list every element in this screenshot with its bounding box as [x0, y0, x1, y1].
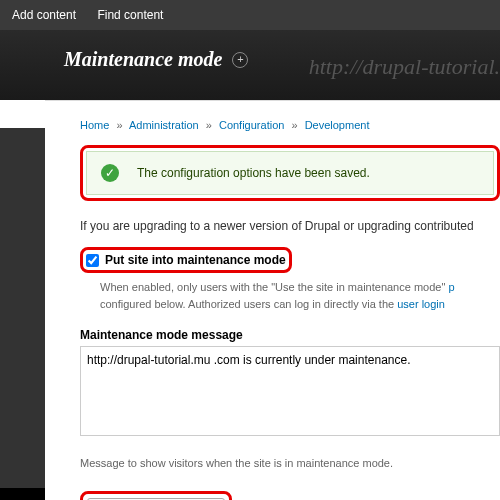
- message-field-description: Message to show visitors when the site i…: [80, 457, 500, 469]
- message-field-label: Maintenance mode message: [80, 328, 500, 342]
- toolbar-add-content[interactable]: Add content: [12, 8, 76, 22]
- user-login-link[interactable]: user login: [397, 298, 445, 310]
- permission-link[interactable]: p: [448, 281, 454, 293]
- plus-icon[interactable]: +: [232, 52, 248, 68]
- breadcrumb-home[interactable]: Home: [80, 119, 109, 131]
- maintenance-checkbox-label[interactable]: Put site into maintenance mode: [105, 253, 286, 267]
- watermark-text: http://drupal-tutorial.: [309, 54, 500, 80]
- breadcrumb-administration[interactable]: Administration: [129, 119, 199, 131]
- left-gutter: [0, 128, 45, 500]
- breadcrumb-sep: »: [291, 119, 297, 131]
- highlight-checkbox: Put site into maintenance mode: [80, 247, 292, 273]
- admin-toolbar: Add content Find content: [0, 0, 500, 30]
- maintenance-checkbox[interactable]: [86, 254, 99, 267]
- highlight-save-button: Save configuration: [80, 491, 232, 500]
- maintenance-message-textarea[interactable]: [80, 346, 500, 436]
- intro-text: If you are upgrading to a newer version …: [80, 219, 500, 233]
- breadcrumb-sep: »: [206, 119, 212, 131]
- status-text: The configuration options have been save…: [137, 166, 370, 180]
- breadcrumb-sep: »: [116, 119, 122, 131]
- checkbox-help: When enabled, only users with the "Use t…: [100, 279, 500, 312]
- highlight-status: ✓ The configuration options have been sa…: [80, 145, 500, 201]
- status-message: ✓ The configuration options have been sa…: [86, 151, 494, 195]
- breadcrumb-development[interactable]: Development: [305, 119, 370, 131]
- toolbar-find-content[interactable]: Find content: [97, 8, 163, 22]
- breadcrumb: Home » Administration » Configuration » …: [80, 119, 500, 131]
- page-title: Maintenance mode: [64, 48, 222, 71]
- header-band: Maintenance mode + http://drupal-tutoria…: [0, 30, 500, 100]
- breadcrumb-configuration[interactable]: Configuration: [219, 119, 284, 131]
- check-icon: ✓: [101, 164, 119, 182]
- content-panel: Home » Administration » Configuration » …: [45, 100, 500, 500]
